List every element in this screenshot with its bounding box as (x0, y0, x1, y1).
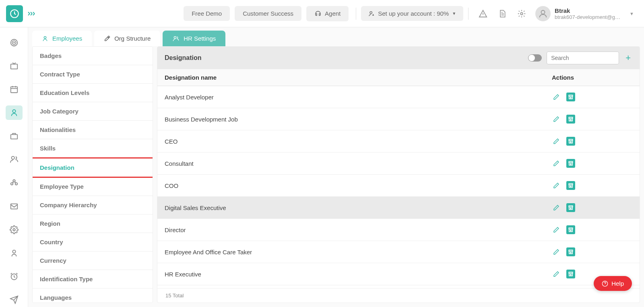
archive-icon[interactable] (566, 203, 575, 212)
settings-item-region[interactable]: Region (33, 214, 153, 233)
tab-org-structure[interactable]: Org Structure (94, 31, 160, 46)
nav-hr[interactable] (6, 105, 23, 120)
users-icon (172, 35, 180, 42)
edit-icon[interactable] (552, 181, 561, 190)
person-settings-icon (368, 10, 375, 17)
nav-mail[interactable] (6, 199, 23, 214)
tools-icon (104, 35, 110, 42)
edit-icon[interactable] (552, 247, 561, 256)
table-header: Designation name Actions (157, 69, 640, 86)
table-row[interactable]: CEO (157, 130, 640, 152)
svg-point-20 (174, 36, 176, 38)
nav-calendar[interactable] (6, 82, 23, 97)
edit-icon[interactable] (552, 270, 561, 278)
settings-item-company-hierarchy[interactable]: Company Hierarchy (33, 196, 153, 214)
table-row[interactable]: Employee And Office Care Taker (157, 241, 640, 263)
settings-gear-icon[interactable] (514, 6, 530, 22)
settings-item-currency[interactable]: Currency (33, 251, 153, 270)
customer-success-button[interactable]: Customer Success (235, 6, 301, 21)
edit-icon[interactable] (552, 225, 561, 234)
svg-point-2 (520, 12, 523, 15)
settings-item-education-levels[interactable]: Education Levels (33, 84, 153, 102)
edit-icon[interactable] (552, 115, 561, 124)
label: Agent (325, 10, 341, 17)
tab-employees[interactable]: Employees (32, 31, 92, 46)
nav-users[interactable] (6, 152, 23, 167)
add-button-plus-icon[interactable]: + (624, 53, 632, 63)
tabs-bar: Employees Org Structure HR Settings (28, 27, 644, 46)
designation-name: Business Development Job (165, 116, 552, 123)
app-logo[interactable] (6, 5, 23, 22)
table-row[interactable]: COO (157, 175, 640, 197)
archive-icon[interactable] (566, 137, 575, 146)
settings-item-nationalities[interactable]: Nationalities (33, 121, 153, 139)
archive-icon[interactable] (566, 181, 575, 190)
settings-item-job-category[interactable]: Job Category (33, 102, 153, 121)
nav-clock[interactable] (6, 269, 23, 284)
table-row[interactable]: Business Development Job (157, 108, 640, 130)
archive-icon[interactable] (566, 159, 575, 168)
expand-toggle-icon[interactable] (28, 11, 35, 16)
settings-item-country[interactable]: Country (33, 233, 153, 251)
svg-point-1 (370, 11, 372, 13)
svg-point-17 (12, 250, 15, 253)
svg-point-12 (13, 179, 15, 182)
table-row[interactable]: Analyst Developer (157, 86, 640, 108)
settings-item-employee-type[interactable]: Employee Type (33, 177, 153, 196)
nav-briefcase[interactable] (6, 129, 23, 143)
label: Customer Success (243, 10, 293, 17)
settings-item-identification-type[interactable]: Identification Type (33, 270, 153, 288)
edit-icon[interactable] (552, 93, 561, 101)
agent-button[interactable]: Agent (306, 6, 349, 21)
nav-send[interactable] (6, 293, 23, 307)
nav-gear[interactable] (6, 223, 23, 237)
nav-team[interactable] (6, 175, 23, 190)
table-body[interactable]: Analyst DeveloperBusiness Development Jo… (157, 86, 640, 288)
settings-item-badges[interactable]: Badges (33, 47, 153, 65)
edit-icon[interactable] (552, 137, 561, 146)
settings-item-designation[interactable]: Designation (32, 157, 153, 178)
person-icon (42, 35, 48, 42)
tab-hr-settings[interactable]: HR Settings (163, 31, 225, 46)
table-row[interactable]: HR Executive (157, 263, 640, 285)
settings-item-skills[interactable]: Skills (33, 139, 153, 158)
nav-dashboard[interactable] (6, 35, 23, 50)
archive-icon[interactable] (566, 225, 575, 234)
designation-name: Analyst Developer (165, 94, 552, 101)
user-profile-menu[interactable]: Btrak btrak607-development@gm... ▼ (535, 6, 638, 21)
user-info: Btrak btrak607-development@gm... (555, 7, 623, 20)
alerts-icon[interactable] (475, 6, 491, 22)
designation-name: Digital Sales Executive (165, 204, 552, 211)
table-row[interactable]: Director (157, 219, 640, 241)
label: Set up your account : 90% (378, 10, 449, 17)
documents-icon[interactable] (494, 6, 510, 22)
top-header: Free Demo Customer Success Agent Set up … (0, 0, 644, 27)
archive-icon[interactable] (566, 115, 575, 124)
label: Free Demo (192, 10, 222, 17)
table-footer: 15 Total (157, 288, 640, 303)
svg-point-6 (14, 42, 14, 43)
designation-name: Consultant (165, 160, 552, 167)
nav-person[interactable] (6, 246, 23, 260)
edit-icon[interactable] (552, 203, 561, 212)
free-demo-button[interactable]: Free Demo (184, 6, 230, 21)
help-button[interactable]: Help (594, 276, 632, 291)
main-panel: Designation + Designation name Actions A… (157, 46, 640, 303)
table-row[interactable]: Consultant (157, 152, 640, 175)
help-label: Help (611, 280, 624, 287)
avatar (535, 6, 551, 21)
setup-account-button[interactable]: Set up your account : 90% ▼ (361, 6, 463, 21)
settings-item-contract-type[interactable]: Contract Type (33, 65, 153, 84)
archived-toggle[interactable] (528, 54, 542, 62)
edit-icon[interactable] (552, 159, 561, 168)
archive-icon[interactable] (566, 247, 575, 256)
nav-tv[interactable] (6, 59, 23, 73)
table-row[interactable]: Digital Sales Executive (157, 197, 640, 219)
search-input[interactable] (547, 52, 619, 64)
user-name: Btrak (555, 7, 623, 14)
headset-icon (314, 10, 322, 17)
archive-icon[interactable] (566, 270, 575, 278)
settings-item-languages[interactable]: Languages (33, 288, 153, 303)
archive-icon[interactable] (566, 93, 575, 101)
col-actions: Actions (552, 74, 632, 81)
